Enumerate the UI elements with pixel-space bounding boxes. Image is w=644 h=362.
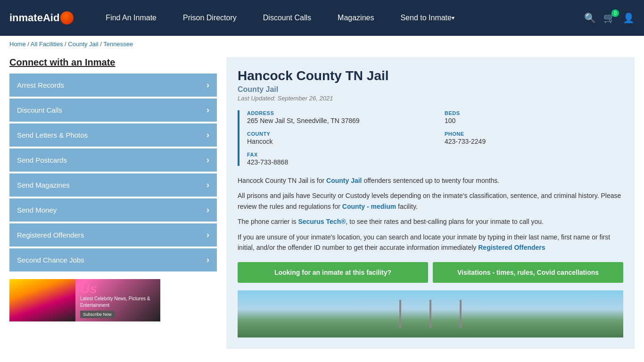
securus-link[interactable]: Securus Tech® bbox=[298, 218, 346, 225]
cart-badge: 0 bbox=[611, 9, 619, 17]
nav-send-to-inmate[interactable]: Send to Inmate bbox=[387, 0, 468, 36]
chevron-right-icon: › bbox=[206, 230, 209, 240]
sidebar-item-discount-calls[interactable]: Discount Calls › bbox=[9, 99, 217, 122]
visitations-button[interactable]: Visitations - times, rules, Covid cancel… bbox=[433, 262, 623, 283]
facility-content: Hancock County TN Jail County Jail Last … bbox=[226, 57, 635, 349]
fax-value: 423-733-8868 bbox=[247, 158, 426, 166]
pole-2 bbox=[429, 300, 431, 328]
sidebar-item-label: Send Postcards bbox=[17, 156, 67, 164]
beds-value: 100 bbox=[445, 117, 623, 124]
sidebar-item-label: Arrest Records bbox=[17, 81, 64, 89]
phone-field: PHONE 423-733-2249 bbox=[445, 131, 623, 145]
sidebar-item-send-money[interactable]: Send Money › bbox=[9, 198, 217, 222]
county-value: Hancock bbox=[247, 138, 426, 145]
chevron-right-icon: › bbox=[206, 255, 209, 265]
chevron-right-icon: › bbox=[206, 205, 209, 215]
action-buttons: Looking for an inmate at this facility? … bbox=[238, 262, 623, 283]
chevron-right-icon: › bbox=[206, 180, 209, 190]
desc-paragraph-1: Hancock County TN Jail is for County Jai… bbox=[238, 175, 623, 186]
user-icon[interactable]: 👤 bbox=[623, 12, 635, 24]
breadcrumb: Home / All Facilities / County Jail / Te… bbox=[0, 36, 644, 52]
sidebar-item-send-magazines[interactable]: Send Magazines › bbox=[9, 173, 217, 197]
fax-label: FAX bbox=[247, 152, 426, 157]
pole-1 bbox=[399, 300, 401, 328]
main-nav: Find An Inmate Prison Directory Discount… bbox=[92, 0, 584, 36]
ad-image bbox=[9, 279, 75, 321]
ad-text: Us Latest Celebrity News, Pictures & Ent… bbox=[75, 279, 160, 321]
facility-title: Hancock County TN Jail bbox=[238, 68, 623, 83]
sidebar-item-second-chance-jobs[interactable]: Second Chance Jobs › bbox=[9, 248, 217, 272]
county-label: COUNTY bbox=[247, 131, 426, 137]
facility-description: Hancock County TN Jail is for County Jai… bbox=[238, 175, 623, 253]
nav-discount-calls[interactable]: Discount Calls bbox=[250, 0, 324, 36]
chevron-right-icon: › bbox=[206, 80, 209, 90]
find-inmate-button[interactable]: Looking for an inmate at this facility? bbox=[238, 262, 428, 283]
chevron-right-icon: › bbox=[206, 155, 209, 165]
search-icon[interactable]: 🔍 bbox=[584, 12, 596, 24]
main-layout: Connect with an Inmate Arrest Records › … bbox=[0, 52, 644, 358]
sidebar-title: Connect with an Inmate bbox=[9, 57, 217, 68]
logo[interactable]: inmateAid bbox=[9, 11, 74, 25]
sidebar: Connect with an Inmate Arrest Records › … bbox=[9, 57, 217, 321]
sidebar-item-label: Registered Offenders bbox=[17, 231, 84, 239]
facility-type: County Jail bbox=[238, 85, 623, 94]
county-jail-link[interactable]: County Jail bbox=[326, 177, 362, 184]
sidebar-item-registered-offenders[interactable]: Registered Offenders › bbox=[9, 223, 217, 247]
county-medium-link[interactable]: County - medium bbox=[342, 203, 396, 210]
chevron-right-icon: › bbox=[206, 130, 209, 140]
sidebar-item-label: Discount Calls bbox=[17, 106, 62, 114]
facility-last-updated: Last Updated: September 26, 2021 bbox=[238, 95, 623, 102]
address-field: ADDRESS 265 New Jail St, Sneedville, TN … bbox=[247, 110, 426, 124]
sidebar-item-label: Second Chance Jobs bbox=[17, 256, 84, 264]
sidebar-item-label: Send Magazines bbox=[17, 181, 70, 189]
county-field: COUNTY Hancock bbox=[247, 131, 426, 145]
sidebar-item-label: Send Letters & Photos bbox=[17, 131, 88, 139]
address-value: 265 New Jail St, Sneedville, TN 37869 bbox=[247, 117, 426, 124]
desc-paragraph-3: The phone carrier is Securus Tech®, to s… bbox=[238, 216, 623, 227]
ad-brand: Us bbox=[80, 282, 156, 296]
breadcrumb-tennessee[interactable]: Tennessee bbox=[103, 41, 133, 48]
phone-value: 423-733-2249 bbox=[445, 138, 623, 145]
address-label: ADDRESS bbox=[247, 110, 426, 116]
sidebar-item-arrest-records[interactable]: Arrest Records › bbox=[9, 74, 217, 97]
facility-photo bbox=[238, 290, 623, 337]
breadcrumb-home[interactable]: Home bbox=[9, 41, 26, 48]
breadcrumb-all-facilities[interactable]: All Facilities bbox=[31, 41, 63, 48]
logo-icon bbox=[60, 11, 74, 25]
ad-banner[interactable]: Us Latest Celebrity News, Pictures & Ent… bbox=[9, 279, 160, 321]
nav-magazines[interactable]: Magazines bbox=[324, 0, 387, 36]
beds-field: BEDS 100 bbox=[445, 110, 623, 124]
nav-prison-directory[interactable]: Prison Directory bbox=[170, 0, 250, 36]
cart-icon[interactable]: 🛒 0 bbox=[603, 12, 615, 24]
header-icons: 🔍 🛒 0 👤 bbox=[584, 12, 635, 24]
logo-text: inmateAid bbox=[9, 12, 59, 24]
fax-field: FAX 423-733-8868 bbox=[247, 152, 426, 166]
sidebar-menu: Arrest Records › Discount Calls › Send L… bbox=[9, 74, 217, 272]
sidebar-item-send-postcards[interactable]: Send Postcards › bbox=[9, 148, 217, 172]
breadcrumb-county-jail[interactable]: County Jail bbox=[68, 41, 98, 48]
facility-info-grid: ADDRESS 265 New Jail St, Sneedville, TN … bbox=[238, 110, 623, 166]
sidebar-item-send-letters[interactable]: Send Letters & Photos › bbox=[9, 123, 217, 147]
ad-tagline: Latest Celebrity News, Pictures & Entert… bbox=[80, 296, 156, 309]
sidebar-item-label: Send Money bbox=[17, 206, 57, 214]
header: inmateAid Find An Inmate Prison Director… bbox=[0, 0, 644, 36]
registered-offenders-link[interactable]: Registered Offenders bbox=[478, 244, 545, 251]
desc-paragraph-2: All prisons and jails have Security or C… bbox=[238, 190, 623, 212]
ad-subscribe-button[interactable]: Subscribe Now bbox=[80, 311, 115, 319]
chevron-right-icon: › bbox=[206, 105, 209, 115]
beds-label: BEDS bbox=[445, 110, 623, 116]
nav-find-inmate[interactable]: Find An Inmate bbox=[92, 0, 170, 36]
desc-paragraph-4: If you are unsure of your inmate's locat… bbox=[238, 232, 623, 253]
pole-3 bbox=[460, 300, 462, 328]
photo-poles bbox=[399, 300, 462, 328]
phone-label: PHONE bbox=[445, 131, 623, 137]
